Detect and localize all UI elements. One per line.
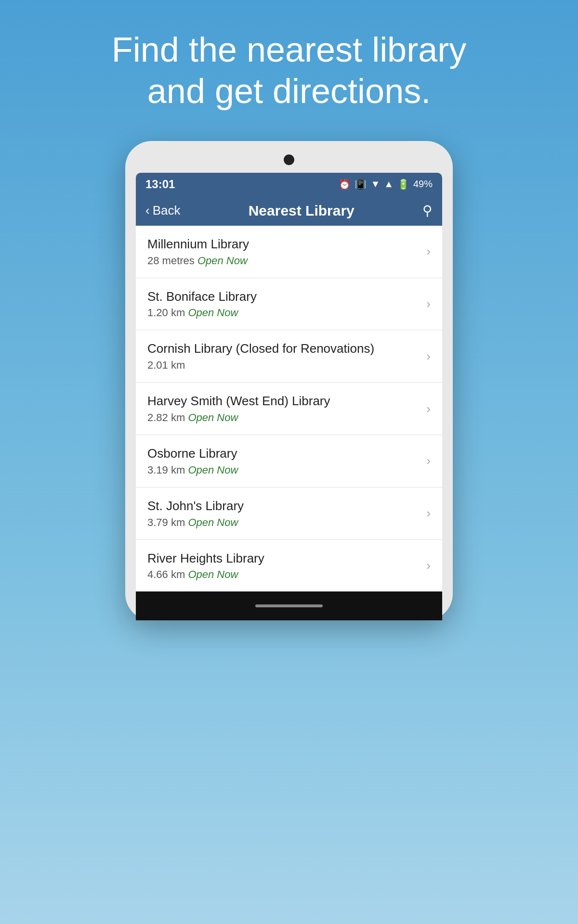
back-label: Back: [153, 203, 181, 218]
library-name: Harvey Smith (West End) Library: [147, 393, 420, 410]
library-name: Cornish Library (Closed for Renovations): [147, 341, 420, 357]
list-item[interactable]: Cornish Library (Closed for Renovations)…: [136, 330, 442, 383]
battery-percent: 49%: [413, 179, 433, 190]
item-content: St. John's Library3.79 km Open Now: [147, 498, 420, 529]
status-time: 13:01: [145, 178, 175, 191]
phone-screen: 13:01 ⏰ 📳 ▼ ▲ 🔋 49% ‹ Back Nearest Libra…: [136, 173, 442, 621]
back-button[interactable]: ‹ Back: [145, 203, 180, 218]
back-chevron-icon: ‹: [145, 203, 150, 218]
list-item[interactable]: St. John's Library3.79 km Open Now›: [136, 488, 442, 540]
item-content: St. Boniface Library1.20 km Open Now: [147, 289, 420, 320]
library-meta: 3.79 km Open Now: [147, 516, 420, 529]
open-status: Open Now: [188, 411, 238, 424]
item-content: Cornish Library (Closed for Renovations)…: [147, 341, 420, 372]
library-name: River Heights Library: [147, 551, 420, 567]
item-content: River Heights Library4.66 km Open Now: [147, 551, 420, 581]
library-meta: 1.20 km Open Now: [147, 307, 420, 319]
chevron-right-icon: ›: [426, 401, 431, 416]
status-icons: ⏰ 📳 ▼ ▲ 🔋 49%: [339, 179, 433, 190]
chevron-right-icon: ›: [426, 558, 431, 573]
camera-dot: [284, 154, 294, 165]
app-title: Nearest Library: [249, 203, 355, 219]
battery-icon: 🔋: [397, 179, 409, 190]
chevron-right-icon: ›: [426, 244, 431, 259]
library-name: Osborne Library: [147, 446, 420, 462]
list-item[interactable]: Harvey Smith (West End) Library2.82 km O…: [136, 383, 442, 435]
library-name: St. John's Library: [147, 498, 420, 514]
library-meta: 3.19 km Open Now: [147, 464, 420, 476]
library-meta: 2.82 km Open Now: [147, 411, 420, 424]
library-meta: 28 metres Open Now: [147, 255, 420, 267]
library-meta: 4.66 km Open Now: [147, 568, 420, 581]
phone-frame: 13:01 ⏰ 📳 ▼ ▲ 🔋 49% ‹ Back Nearest Libra…: [125, 141, 453, 621]
list-item[interactable]: Osborne Library3.19 km Open Now›: [136, 435, 442, 488]
open-status: Open Now: [188, 464, 238, 476]
item-content: Osborne Library3.19 km Open Now: [147, 446, 420, 476]
chevron-right-icon: ›: [426, 506, 431, 521]
wifi-icon: ▼: [370, 179, 380, 190]
chevron-right-icon: ›: [426, 453, 431, 468]
open-status: Open Now: [197, 255, 248, 267]
search-button[interactable]: ⚲: [422, 203, 433, 218]
alarm-icon: ⏰: [339, 179, 351, 190]
nav-bar: [136, 591, 442, 620]
page-headline: Find the nearest library and get directi…: [73, 29, 505, 112]
open-status: Open Now: [188, 307, 238, 319]
chevron-right-icon: ›: [426, 349, 431, 364]
open-status: Open Now: [188, 568, 238, 580]
chevron-right-icon: ›: [426, 296, 431, 311]
library-name: St. Boniface Library: [147, 289, 420, 305]
open-status: Open Now: [188, 516, 238, 528]
library-list: Millennium Library28 metres Open Now›St.…: [136, 226, 442, 592]
library-name: Millennium Library: [147, 236, 420, 253]
list-item[interactable]: River Heights Library4.66 km Open Now›: [136, 540, 442, 592]
app-bar: ‹ Back Nearest Library ⚲: [136, 196, 442, 226]
library-meta: 2.01 km: [147, 359, 420, 372]
status-bar: 13:01 ⏰ 📳 ▼ ▲ 🔋 49%: [136, 173, 442, 196]
nav-pill: [255, 604, 323, 607]
signal-icon: ▲: [384, 179, 394, 190]
item-content: Millennium Library28 metres Open Now: [147, 236, 420, 267]
list-item[interactable]: Millennium Library28 metres Open Now›: [136, 226, 442, 278]
vibrate-icon: 📳: [355, 179, 367, 190]
list-item[interactable]: St. Boniface Library1.20 km Open Now›: [136, 278, 442, 331]
item-content: Harvey Smith (West End) Library2.82 km O…: [147, 393, 420, 424]
